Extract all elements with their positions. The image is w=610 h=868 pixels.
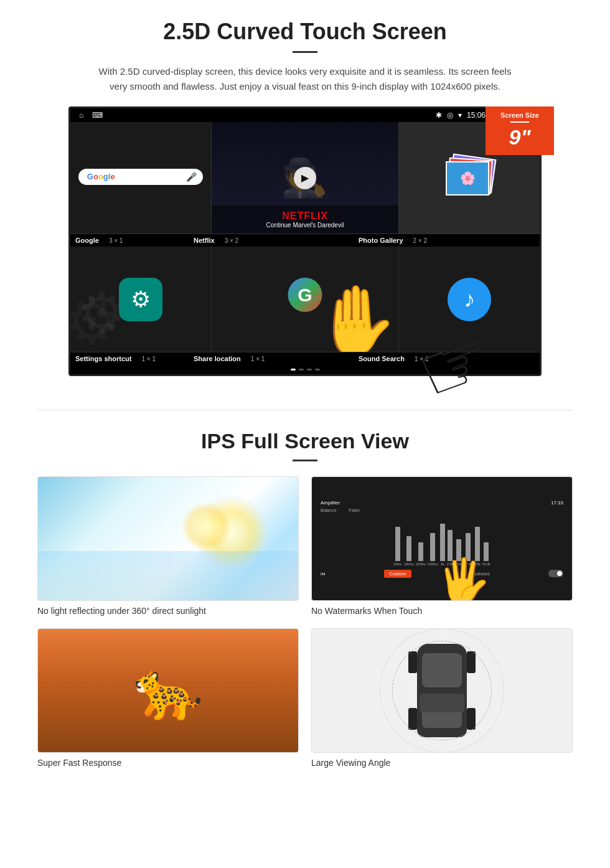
dot-1: [291, 369, 296, 370]
feature-img-cheetah: 🐆: [37, 628, 299, 753]
section2-divider: [293, 460, 317, 461]
eq-bar-visual: [395, 527, 400, 561]
label-row-1: Google 3 × 1 Netflix 3 × 2 Photo Gallery…: [70, 234, 540, 247]
section1-title: 2.5D Curved Touch Screen: [37, 19, 573, 45]
gallery-stack: [444, 156, 494, 200]
wifi-icon: ▾: [458, 111, 462, 120]
cheetah-emoji: 🐆: [133, 658, 203, 724]
feature-equalizer: Amplifier 17:33 Balance Fader 60hz100hz2…: [311, 476, 573, 616]
feature-grid: No light reflecting under 360° direct su…: [37, 476, 573, 768]
label-gallery: Photo Gallery 2 × 2: [359, 237, 505, 244]
label-sound: Sound Search 1 × 1: [359, 355, 505, 362]
hand-icon: 🤚: [313, 281, 398, 352]
eq-prev-icon: ⏮: [321, 571, 326, 577]
feature-img-car: [311, 628, 573, 753]
settings-app-cell[interactable]: ⚙ ⚙: [70, 247, 212, 352]
label-share-dim: 1 × 1: [251, 356, 265, 362]
eq-amplifier-label: Amplifier: [321, 500, 340, 506]
label-row-2: Settings shortcut 1 × 1 Share location 1…: [70, 352, 540, 365]
eq-bar-item: 100hz: [404, 536, 414, 566]
section-curved-screen: 2.5D Curved Touch Screen With 2.5D curve…: [0, 0, 610, 391]
device-area: Screen Size 9" ⌂ ⌨ ✱ ◎ ▾ 15:06 ⬚ ◁ ⊠: [68, 106, 542, 376]
usb-icon: ⌨: [92, 111, 103, 120]
eq-labels-row: Balance Fader: [321, 508, 563, 512]
label-settings-dim: 1 × 1: [141, 356, 156, 362]
google-app-cell[interactable]: Google 🎤: [70, 122, 212, 234]
eq-custom-btn[interactable]: Custom: [384, 570, 411, 578]
sound-icon: ♪: [448, 278, 491, 321]
google-logo: Google: [87, 172, 115, 181]
eq-header: Amplifier 17:33: [321, 500, 563, 506]
eq-bar-item: 60hz: [394, 527, 402, 566]
settings-bg-icon: ⚙: [70, 285, 120, 352]
car-circle-outer: [380, 628, 504, 753]
settings-icon: ⚙: [119, 278, 162, 321]
badge-size: 9": [509, 125, 530, 149]
caption-equalizer: No Watermarks When Touch: [311, 606, 573, 616]
label-google-name: Google: [75, 237, 99, 244]
section2-title: IPS Full Screen View: [37, 429, 573, 453]
eq-bar-label: 200hz: [416, 562, 426, 566]
eq-bar-label: 60hz: [394, 562, 402, 566]
status-bar: ⌂ ⌨ ✱ ◎ ▾ 15:06 ⬚ ◁ ⊠ ▭: [70, 108, 540, 122]
play-button[interactable]: ▶: [294, 167, 316, 189]
label-netflix: Netflix 3 × 2: [194, 237, 359, 244]
dot-3: [307, 369, 312, 370]
app-row-2: ⚙ ⚙ G 🤚 ♪: [70, 247, 540, 352]
eq-toggle-knob: [557, 571, 562, 576]
eq-bar-item: 200hz: [416, 542, 426, 566]
section1-description: With 2.5D curved-display screen, this de…: [93, 64, 517, 94]
screen-size-badge: Screen Size 9": [486, 106, 554, 155]
app-row-1: Google 🎤 🕵️ ▶ NETFLIX Continue Ma: [70, 122, 540, 234]
sound-app-cell[interactable]: ♪: [399, 247, 540, 352]
netflix-subtitle: Continue Marvel's Daredevil: [218, 222, 393, 229]
caption-cheetah: Super Fast Response: [37, 758, 299, 768]
netflix-logo: NETFLIX: [218, 210, 393, 222]
bluetooth-icon: ✱: [436, 111, 442, 120]
eq-time: 17:33: [551, 500, 563, 506]
caption-sunlight: No light reflecting under 360° direct su…: [37, 606, 299, 616]
dot-2: [299, 369, 304, 370]
google-search-bar[interactable]: Google 🎤: [78, 169, 203, 185]
label-settings: Settings shortcut 1 × 1: [75, 355, 194, 362]
label-share-name: Share location: [194, 355, 241, 362]
eq-fader-label: Fader: [349, 508, 360, 512]
eq-hand-emoji: 🖐: [436, 555, 490, 601]
feature-sunlight: No light reflecting under 360° direct su…: [37, 476, 299, 616]
eq-bar-visual: [418, 542, 423, 561]
mic-icon: 🎤: [186, 172, 197, 182]
home-icon[interactable]: ⌂: [79, 111, 83, 120]
gallery-card-3: [446, 161, 489, 196]
label-sound-name: Sound Search: [359, 355, 405, 362]
eq-balance-label: Balance: [321, 508, 336, 512]
eq-bar-visual: [406, 536, 411, 561]
dot-4: [315, 369, 320, 370]
sunlight-visual: [38, 477, 298, 600]
label-share: Share location 1 × 1: [194, 355, 359, 362]
location-icon: ◎: [447, 111, 453, 120]
label-gallery-name: Photo Gallery: [359, 237, 403, 244]
eq-loudness-toggle[interactable]: [548, 570, 563, 577]
label-sound-dim: 1 × 1: [415, 356, 429, 362]
car-visual: [312, 629, 572, 752]
status-time: 15:06: [467, 111, 486, 120]
netflix-overlay: NETFLIX Continue Marvel's Daredevil: [212, 205, 399, 234]
feature-car: Large Viewing Angle: [311, 628, 573, 768]
eq-bar-label: 100hz: [404, 562, 414, 566]
section-ips: IPS Full Screen View No light reflecting…: [0, 429, 610, 786]
label-gallery-dim: 2 × 2: [413, 237, 428, 244]
feature-cheetah: 🐆 Super Fast Response: [37, 628, 299, 768]
section1-divider: [293, 51, 317, 53]
sky-haze: [38, 551, 298, 600]
eq-bar-visual: [430, 533, 435, 561]
pagination-dots: [70, 365, 540, 374]
share-app-cell[interactable]: G 🤚: [212, 247, 400, 352]
section-divider: [37, 410, 573, 410]
feature-img-sunlight: [37, 476, 299, 601]
label-google-dim: 3 × 1: [109, 237, 123, 244]
netflix-app-cell[interactable]: 🕵️ ▶ NETFLIX Continue Marvel's Daredevil: [212, 122, 400, 234]
status-bar-left: ⌂ ⌨: [79, 111, 103, 120]
label-settings-name: Settings shortcut: [75, 355, 131, 362]
cheetah-visual: 🐆: [38, 629, 298, 752]
label-netflix-name: Netflix: [194, 237, 215, 244]
